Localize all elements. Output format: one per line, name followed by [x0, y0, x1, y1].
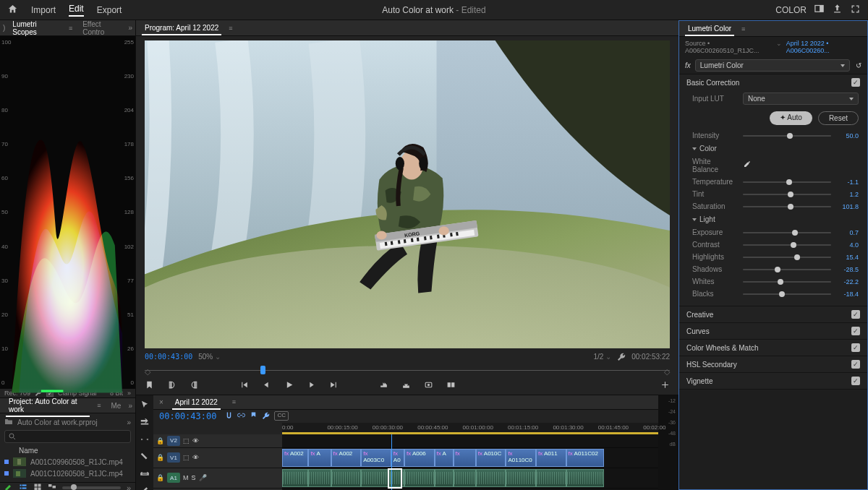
tab-sequence[interactable]: April 12 2022 — [169, 395, 224, 409]
workspace-icon[interactable] — [814, 4, 825, 17]
pen-tool-icon[interactable] — [140, 486, 150, 491]
playhead-knob[interactable] — [260, 366, 265, 374]
add-button-icon[interactable] — [660, 380, 670, 391]
temperature-slider[interactable] — [743, 181, 831, 183]
scrub-bar[interactable]: ◇ ◇ — [145, 364, 670, 377]
eye-icon[interactable]: 👁 — [192, 437, 199, 444]
panel-menu-icon[interactable]: ≡ — [739, 25, 748, 33]
track-select-icon[interactable] — [140, 417, 150, 429]
nav-edit[interactable]: Edit — [69, 4, 84, 17]
section-color-wheels[interactable]: Color Wheels & Match — [679, 340, 867, 356]
section-enable-checkbox[interactable] — [851, 310, 860, 319]
highlights-slider[interactable] — [743, 257, 831, 258]
audio-clip[interactable] — [476, 469, 506, 487]
icon-view-icon[interactable] — [33, 483, 42, 490]
section-basic[interactable]: Basic Correction — [679, 74, 867, 90]
audio-clip[interactable] — [435, 469, 454, 487]
snap-icon[interactable] — [225, 411, 233, 421]
toggle-icon[interactable]: ⬚ — [183, 454, 190, 461]
linked-icon[interactable] — [237, 411, 245, 421]
panel-menu-icon[interactable]: ≡ — [229, 398, 239, 405]
compare-icon[interactable] — [446, 380, 456, 391]
track-v1[interactable]: V1 — [167, 452, 180, 463]
program-monitor[interactable]: KORG — [145, 40, 670, 348]
eyedropper-icon[interactable] — [743, 160, 752, 171]
wrench-icon[interactable] — [617, 352, 626, 362]
project-item[interactable]: A001C09960508_R1JC.mp4 — [30, 458, 123, 466]
video-clip[interactable]: fx A — [308, 449, 331, 467]
selection-tool-icon[interactable] — [140, 400, 150, 411]
section-enable-checkbox[interactable] — [851, 377, 860, 385]
overflow-icon[interactable]: » — [127, 483, 131, 490]
section-enable-checkbox[interactable] — [851, 343, 860, 352]
mute-icon[interactable]: M — [183, 474, 189, 481]
exposure-slider[interactable] — [743, 232, 831, 233]
tab-lumetri[interactable]: Lumetri Color — [682, 22, 737, 35]
freeform-view-icon[interactable] — [48, 483, 56, 490]
playhead[interactable] — [391, 434, 392, 491]
time-ruler[interactable]: 0:00 00:00:15:00 00:00:30:00 00:00:45:00… — [282, 423, 658, 434]
section-vignette[interactable]: Vignette — [679, 373, 867, 389]
tab-scopes[interactable]: Lumetri Scopes — [7, 17, 64, 39]
video-clip[interactable]: fx A011C02 — [566, 449, 604, 467]
section-curves[interactable]: Curves — [679, 323, 867, 339]
workspace-label[interactable]: COLOR — [775, 5, 807, 15]
tab-project[interactable]: Project: Auto Color at work — [3, 395, 93, 416]
section-hsl[interactable]: HSL Secondary — [679, 356, 867, 372]
slip-tool-icon[interactable] — [140, 469, 150, 481]
play-icon[interactable] — [284, 380, 294, 391]
audio-clip[interactable] — [331, 469, 362, 487]
nav-import[interactable]: Import — [31, 5, 56, 15]
extract-icon[interactable] — [401, 380, 411, 391]
audio-clip[interactable] — [282, 469, 308, 487]
marker-icon[interactable] — [250, 411, 258, 421]
blacks-slider[interactable] — [743, 293, 831, 295]
video-clip[interactable]: fx — [454, 449, 476, 467]
project-item[interactable]: A001C10260508_R1JC.mp4 — [30, 470, 123, 478]
video-clip[interactable]: fx A003C0 — [361, 449, 391, 467]
video-clip[interactable]: fx A — [435, 449, 454, 467]
panel-menu-icon[interactable]: ≡ — [226, 25, 235, 32]
track-a1[interactable]: A1 — [167, 473, 180, 483]
audio-clip[interactable] — [566, 469, 604, 487]
solo-icon[interactable]: S — [192, 474, 196, 481]
contrast-slider[interactable] — [743, 244, 831, 246]
tabs-overflow-icon[interactable]: » — [128, 402, 132, 410]
go-in-icon[interactable] — [239, 380, 249, 391]
fx-dropdown[interactable]: Lumetri Color — [695, 59, 850, 72]
section-enable-checkbox[interactable] — [851, 78, 860, 87]
in-icon[interactable] — [167, 380, 176, 391]
list-view-icon[interactable] — [19, 483, 27, 490]
intensity-slider[interactable] — [743, 135, 831, 137]
auto-button[interactable]: ✦ Auto — [770, 111, 812, 125]
video-clip[interactable]: fx A002 — [331, 449, 362, 467]
write-icon[interactable] — [4, 483, 13, 490]
section-creative[interactable]: Creative — [679, 306, 867, 322]
timeline-timecode[interactable]: 00:00:43:00 — [159, 411, 216, 421]
video-clip[interactable]: fx A010C — [476, 449, 506, 467]
step-back-icon[interactable] — [262, 380, 271, 391]
project-search[interactable] — [4, 430, 131, 443]
razor-tool-icon[interactable] — [140, 452, 150, 463]
crop-handle[interactable]: ) — [3, 24, 5, 32]
subsection-light[interactable]: Light — [692, 212, 859, 226]
audio-clip[interactable] — [506, 469, 536, 487]
go-out-icon[interactable] — [329, 380, 339, 391]
eye-icon[interactable]: 👁 — [192, 454, 199, 461]
panel-menu-icon[interactable]: ≡ — [66, 25, 75, 32]
video-clip[interactable]: fx A006 — [404, 449, 435, 467]
whites-slider[interactable] — [743, 281, 831, 283]
audio-clip[interactable] — [391, 469, 404, 487]
program-timecode[interactable]: 00:00:43:00 — [145, 353, 192, 361]
overflow-icon[interactable]: » — [127, 418, 131, 426]
step-fwd-icon[interactable] — [307, 380, 316, 391]
saturation-slider[interactable] — [743, 206, 831, 207]
audio-clip[interactable] — [454, 469, 476, 487]
video-clip[interactable]: fx A0110C0 — [506, 449, 536, 467]
section-enable-checkbox[interactable] — [851, 360, 860, 369]
nav-export[interactable]: Export — [97, 5, 122, 15]
video-clip[interactable]: fx A002 — [282, 449, 308, 467]
out-icon[interactable] — [190, 380, 199, 391]
tint-slider[interactable] — [743, 194, 831, 195]
tabs-overflow-icon[interactable]: » — [128, 24, 132, 32]
